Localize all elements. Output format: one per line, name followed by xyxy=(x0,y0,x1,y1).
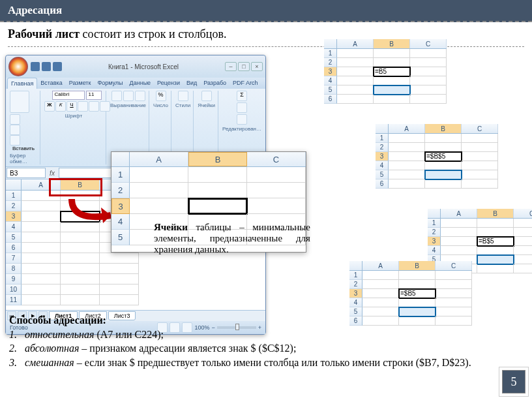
bold-icon[interactable]: Ж xyxy=(44,101,55,112)
mini-cell[interactable] xyxy=(399,271,436,280)
cell[interactable] xyxy=(22,211,61,222)
tab-review[interactable]: Рецензи xyxy=(154,78,183,89)
mini-cell[interactable] xyxy=(389,161,425,170)
align-icon-2[interactable] xyxy=(123,91,134,101)
mini-col-header[interactable]: C xyxy=(410,39,447,48)
mini-cell[interactable] xyxy=(337,58,374,67)
mini-cell[interactable] xyxy=(425,170,462,179)
mini-cell[interactable] xyxy=(399,280,436,289)
mini-cell[interactable] xyxy=(337,49,374,58)
mini-cell[interactable] xyxy=(425,179,462,189)
row-header[interactable]: 8 xyxy=(6,264,22,274)
mini-cell[interactable] xyxy=(441,237,477,246)
tab-view[interactable]: Вид xyxy=(183,78,200,89)
cell[interactable] xyxy=(61,232,100,243)
mini-row-header[interactable]: 3 xyxy=(349,289,362,298)
maximize-button[interactable]: □ xyxy=(238,62,250,71)
mini-cell[interactable] xyxy=(436,271,472,280)
mini-cell[interactable] xyxy=(362,271,399,280)
mini-cell[interactable] xyxy=(374,76,410,85)
mini-cell[interactable] xyxy=(374,49,410,58)
mini-row-header[interactable]: 5 xyxy=(376,170,389,179)
zoom-cell[interactable] xyxy=(188,198,247,214)
mini-cell[interactable]: =$B5 xyxy=(399,289,436,298)
mini-cell[interactable] xyxy=(462,179,498,189)
zoom-cell[interactable] xyxy=(188,183,247,198)
mini-cell[interactable] xyxy=(389,152,425,161)
mini-cell[interactable] xyxy=(362,298,399,307)
cut-icon[interactable] xyxy=(10,114,20,125)
tab-dev[interactable]: Разрабо xyxy=(200,78,229,89)
zoom-cell[interactable] xyxy=(247,198,306,214)
tab-layout[interactable]: Разметк xyxy=(66,78,95,89)
cell[interactable] xyxy=(100,285,139,295)
zoom-cell[interactable] xyxy=(247,167,306,183)
mini-corner[interactable] xyxy=(428,209,441,218)
row-header[interactable]: 7 xyxy=(6,253,22,264)
mini-cell[interactable] xyxy=(337,85,374,95)
mini-row-header[interactable]: 2 xyxy=(376,143,389,152)
undo-icon[interactable] xyxy=(42,62,51,71)
mini-row-header[interactable]: 3 xyxy=(376,152,389,161)
mini-col-header[interactable]: C xyxy=(462,124,498,133)
sum-icon[interactable]: Σ xyxy=(237,91,247,101)
tab-formulas[interactable]: Формулы xyxy=(94,78,126,89)
mini-cell[interactable] xyxy=(389,170,425,179)
mini-cell[interactable]: =B5 xyxy=(374,67,410,76)
office-button[interactable] xyxy=(8,57,28,76)
mini-cell[interactable] xyxy=(441,246,477,255)
mini-cell[interactable] xyxy=(410,76,447,85)
mini-cell[interactable] xyxy=(477,255,514,264)
row-header[interactable]: 5 xyxy=(6,232,22,243)
mini-cell[interactable] xyxy=(389,143,425,152)
mini-cell[interactable] xyxy=(462,143,498,152)
mini-cell[interactable] xyxy=(436,298,472,307)
row-header[interactable]: 1 xyxy=(6,191,22,201)
mini-cell[interactable] xyxy=(374,85,410,95)
paste-button[interactable] xyxy=(10,91,29,113)
name-box[interactable]: B3 xyxy=(7,168,46,178)
font-name-select[interactable]: Calibri xyxy=(52,91,85,100)
mini-cell[interactable] xyxy=(477,219,514,228)
mini-row-header[interactable]: 3 xyxy=(324,67,337,76)
zoom-col-b[interactable]: B xyxy=(188,152,247,166)
save-icon[interactable] xyxy=(31,62,40,71)
mini-cell[interactable] xyxy=(462,161,498,170)
cell[interactable] xyxy=(22,243,61,253)
mini-cell[interactable] xyxy=(462,152,498,161)
cell[interactable] xyxy=(61,264,100,274)
align-icon-3[interactable] xyxy=(135,91,145,101)
mini-col-header[interactable]: A xyxy=(441,209,477,218)
cell[interactable] xyxy=(100,264,139,274)
zoom-cell[interactable] xyxy=(130,198,188,214)
zoom-corner[interactable] xyxy=(111,152,130,166)
mini-cell[interactable] xyxy=(514,228,532,237)
zoom-row-header[interactable]: 1 xyxy=(111,167,130,183)
mini-row-header[interactable]: 4 xyxy=(349,298,362,307)
mini-cell[interactable]: =B$5 xyxy=(477,237,514,246)
mini-col-header[interactable]: A xyxy=(337,39,374,48)
cell[interactable] xyxy=(22,274,61,285)
redo-icon[interactable] xyxy=(53,62,62,71)
mini-cell[interactable] xyxy=(425,134,462,143)
row-header[interactable]: 10 xyxy=(6,285,22,295)
zoom-row-header[interactable]: 5 xyxy=(111,230,130,245)
mini-cell[interactable] xyxy=(389,134,425,143)
underline-icon[interactable]: Ч xyxy=(66,101,77,112)
cell[interactable] xyxy=(22,201,61,211)
row-header[interactable]: 4 xyxy=(6,222,22,232)
cell[interactable] xyxy=(22,253,61,264)
mini-row-header[interactable]: 1 xyxy=(324,49,337,58)
mini-col-header[interactable]: B xyxy=(425,124,462,133)
zoom-cell[interactable] xyxy=(188,167,247,183)
mini-row-header[interactable]: 1 xyxy=(349,271,362,280)
cell[interactable] xyxy=(100,295,139,305)
mini-row-header[interactable]: 4 xyxy=(376,161,389,170)
mini-row-header[interactable]: 2 xyxy=(324,58,337,67)
mini-corner[interactable] xyxy=(376,124,389,133)
mini-row-header[interactable]: 4 xyxy=(324,76,337,85)
mini-corner[interactable] xyxy=(324,39,337,48)
mini-cell[interactable] xyxy=(477,228,514,237)
mini-cell[interactable] xyxy=(425,161,462,170)
mini-cell[interactable]: =$B$5 xyxy=(425,152,462,161)
